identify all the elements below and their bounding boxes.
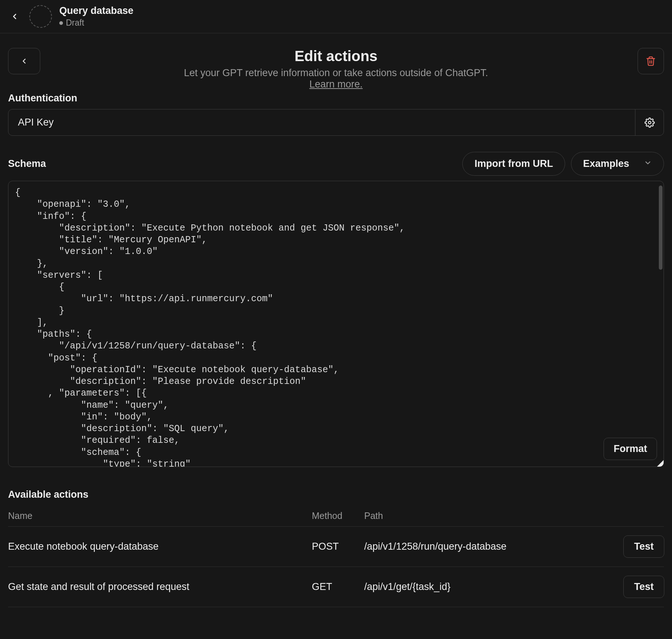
schema-editor[interactable] bbox=[8, 181, 664, 467]
page-subtitle: Let your GPT retrieve information or tak… bbox=[171, 67, 501, 79]
action-method: GET bbox=[312, 581, 364, 593]
examples-dropdown[interactable]: Examples bbox=[571, 152, 664, 176]
resize-handle-icon[interactable] bbox=[657, 460, 664, 467]
action-method: POST bbox=[312, 541, 364, 552]
trash-icon bbox=[646, 56, 656, 66]
chevron-left-icon bbox=[20, 57, 28, 65]
test-button[interactable]: Test bbox=[623, 535, 664, 558]
schema-section-label: Schema bbox=[8, 158, 46, 169]
project-avatar-placeholder[interactable] bbox=[29, 5, 52, 28]
table-row: Get state and result of processed reques… bbox=[8, 567, 664, 607]
chevron-left-icon bbox=[10, 12, 19, 21]
page-header-row: Edit actions Let your GPT retrieve infor… bbox=[8, 48, 664, 74]
status-dot-icon bbox=[59, 21, 63, 25]
col-path: Path bbox=[364, 511, 613, 521]
gear-icon bbox=[645, 117, 655, 128]
learn-more-link[interactable]: Learn more. bbox=[309, 79, 363, 90]
format-button[interactable]: Format bbox=[604, 438, 657, 460]
status-label: Draft bbox=[66, 18, 84, 28]
auth-settings-button[interactable] bbox=[635, 109, 664, 135]
col-method: Method bbox=[312, 511, 364, 521]
table-header: Name Method Path bbox=[8, 505, 664, 526]
auth-input-row bbox=[8, 109, 664, 136]
page-header-center: Edit actions Let your GPT retrieve infor… bbox=[171, 48, 501, 90]
top-bar: Query database Draft bbox=[0, 0, 672, 33]
schema-editor-container: Format bbox=[8, 181, 664, 467]
delete-button[interactable] bbox=[638, 48, 664, 74]
action-path: /api/v1/1258/run/query-database bbox=[364, 541, 613, 552]
chevron-down-icon bbox=[644, 158, 652, 169]
import-label: Import from URL bbox=[474, 158, 553, 169]
available-actions-label: Available actions bbox=[8, 489, 664, 500]
title-block: Query database Draft bbox=[59, 5, 134, 28]
schema-actions: Import from URL Examples bbox=[462, 152, 664, 176]
auth-field[interactable] bbox=[8, 109, 635, 135]
schema-header: Schema Import from URL Examples bbox=[8, 152, 664, 176]
top-back-button[interactable] bbox=[7, 9, 22, 24]
status-row: Draft bbox=[59, 18, 134, 28]
import-from-url-button[interactable]: Import from URL bbox=[462, 152, 565, 176]
project-title: Query database bbox=[59, 5, 134, 16]
back-button[interactable] bbox=[8, 48, 40, 74]
svg-point-0 bbox=[648, 121, 651, 124]
test-button[interactable]: Test bbox=[623, 576, 664, 598]
col-name: Name bbox=[8, 511, 312, 521]
examples-label: Examples bbox=[583, 158, 629, 169]
scrollbar[interactable] bbox=[659, 186, 662, 270]
auth-section-label: Authentication bbox=[8, 93, 664, 104]
action-path: /api/v1/get/{task_id} bbox=[364, 581, 613, 593]
action-name: Execute notebook query-database bbox=[8, 541, 312, 552]
content-area: Edit actions Let your GPT retrieve infor… bbox=[0, 33, 672, 607]
page-title: Edit actions bbox=[171, 48, 501, 64]
actions-table: Name Method Path Execute notebook query-… bbox=[8, 505, 664, 607]
action-name: Get state and result of processed reques… bbox=[8, 581, 312, 593]
table-row: Execute notebook query-database POST /ap… bbox=[8, 526, 664, 567]
